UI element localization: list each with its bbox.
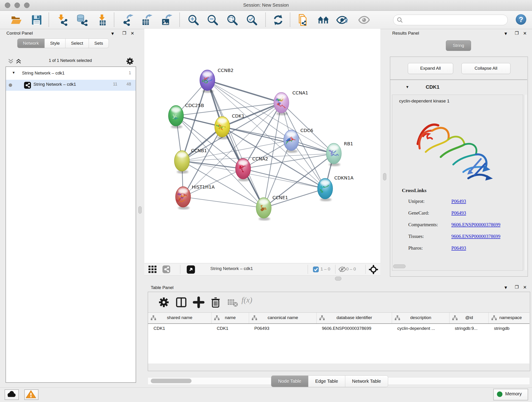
results-scrollbar-thumb[interactable]: [393, 264, 405, 268]
tab-node-table[interactable]: Node Table: [271, 375, 308, 387]
control-panel-float-icon[interactable]: ❐: [122, 31, 126, 36]
column-header-@id[interactable]: @id: [449, 313, 489, 323]
tab-string[interactable]: String: [446, 40, 471, 51]
network-row[interactable]: String Network – cdk1 11 48: [6, 80, 136, 91]
fit-selected-crosshair-icon[interactable]: [369, 265, 378, 274]
results-panel-collapse-icon[interactable]: ▼: [504, 31, 508, 36]
function-builder-icon[interactable]: f(x): [241, 296, 267, 304]
table-cell-canonical-name[interactable]: P06493: [254, 326, 315, 331]
results-panel-float-icon[interactable]: ❐: [515, 31, 519, 36]
network-collection-row[interactable]: ▼ String Network – cdk1 1: [6, 69, 136, 80]
node-result-header[interactable]: ▼ CDK1: [390, 80, 527, 95]
horizontal-splitter-handle[interactable]: [335, 277, 341, 281]
export-network-icon[interactable]: [121, 14, 133, 26]
table-scrollbar-thumb[interactable]: [151, 379, 191, 383]
control-panel-close-icon[interactable]: ✕: [131, 31, 134, 36]
refresh-icon[interactable]: [272, 14, 284, 26]
node-RB1[interactable]: RB1: [326, 141, 353, 166]
grid-mode-icon[interactable]: [148, 266, 159, 273]
column-header-name[interactable]: name: [211, 313, 249, 323]
network-canvas[interactable]: CCNB2CCNA1CDC25BCDK1CDC6RB1CCNB1CCNA2CDK…: [144, 29, 380, 263]
warning-button[interactable]: [24, 389, 38, 400]
edge-CCNB2-CCNA1[interactable]: [207, 80, 281, 103]
collection-expand-icon[interactable]: ▼: [12, 70, 15, 75]
table-cell-namespace[interactable]: stringdb: [494, 326, 531, 331]
string-home-icon[interactable]: [317, 14, 329, 26]
node-CDC25B[interactable]: CDC25B: [168, 103, 204, 128]
edge-CCNA2-HIST1H1A[interactable]: [183, 169, 243, 197]
birdseye-view-icon[interactable]: [186, 265, 195, 274]
import-table-file-icon[interactable]: [96, 14, 108, 26]
edge-CCNB2-CCNE1[interactable]: [207, 80, 264, 208]
help-icon[interactable]: ?: [515, 13, 527, 26]
open-session-icon[interactable]: [10, 14, 22, 26]
results-panel-close-icon[interactable]: ✕: [523, 31, 527, 36]
column-header-canonical-name[interactable]: canonical name: [249, 313, 317, 323]
table-cell-name[interactable]: CDK1: [217, 326, 247, 331]
table-settings-gear-icon[interactable]: [158, 296, 170, 308]
node-HIST1H1A[interactable]: HIST1H1A: [176, 184, 215, 210]
table-cell-@id[interactable]: stringdb:9...: [455, 326, 487, 331]
node-CCNE1[interactable]: CCNE1: [256, 195, 288, 220]
column-header-shared-name[interactable]: shared name: [148, 313, 211, 323]
import-network-file-icon[interactable]: [56, 14, 68, 26]
table-panel-close-icon[interactable]: ✕: [523, 285, 527, 290]
tab-edge-table[interactable]: Edge Table: [308, 375, 345, 387]
edge-CCNA2-CDKN1A[interactable]: [243, 169, 325, 189]
node-CCNA2[interactable]: CCNA2: [235, 156, 268, 181]
column-header-description[interactable]: description: [392, 313, 450, 323]
hide-eye-icon[interactable]: [358, 14, 370, 26]
entry-collapse-icon[interactable]: ▼: [405, 85, 409, 89]
left-splitter-handle[interactable]: [138, 206, 142, 214]
import-network-database-icon[interactable]: [76, 14, 88, 26]
show-graphics-details-icon[interactable]: [336, 14, 348, 26]
export-image-icon[interactable]: [160, 14, 172, 26]
table-panel-collapse-icon[interactable]: ▼: [504, 285, 508, 290]
tab-select[interactable]: Select: [65, 38, 89, 48]
table-cell-description[interactable]: cyclin-dependent ...: [397, 326, 448, 331]
tab-sets[interactable]: Sets: [89, 38, 109, 48]
search-input[interactable]: [405, 16, 505, 24]
node-CCNA1[interactable]: CCNA1: [274, 90, 308, 115]
delete-table-icon[interactable]: [226, 296, 239, 308]
node-CDKN1A[interactable]: CDKN1A: [317, 175, 354, 201]
zoom-fit-icon[interactable]: [226, 14, 238, 26]
network-options-gear-icon[interactable]: [126, 57, 134, 65]
network-view-mode-icon[interactable]: [162, 265, 171, 274]
edge-CCNB2-RB1[interactable]: [207, 80, 334, 153]
zoom-selected-icon[interactable]: [246, 14, 258, 26]
column-header-namespace[interactable]: namespace: [488, 313, 532, 323]
export-table-icon[interactable]: [140, 14, 152, 26]
show-columns-icon[interactable]: [175, 296, 187, 308]
crosslink-link[interactable]: 9606.ENSP00000378699: [451, 234, 500, 239]
control-panel-collapse-icon[interactable]: ▼: [110, 31, 115, 36]
network-graph[interactable]: CCNB2CCNA1CDC25BCDK1CDC6RB1CCNB1CCNA2CDK…: [144, 29, 380, 263]
table-panel-float-icon[interactable]: ❐: [515, 284, 519, 290]
node-CDC6[interactable]: CDC6: [284, 128, 313, 153]
right-splitter-handle[interactable]: [383, 173, 386, 180]
cloud-button[interactable]: [5, 389, 19, 400]
tab-network-table[interactable]: Network Table: [345, 375, 388, 387]
crosslink-link[interactable]: 9606.ENSP00000378699: [451, 222, 500, 228]
zoom-out-icon[interactable]: [207, 14, 219, 26]
crosslink-link[interactable]: P06493: [451, 245, 466, 251]
collapse-all-button[interactable]: Collapse All: [462, 63, 510, 74]
results-vertical-scrollbar[interactable]: [524, 95, 527, 270]
crosslink-link[interactable]: P06493: [451, 198, 466, 204]
delete-column-trash-icon[interactable]: [209, 296, 222, 308]
table-cell-shared-name[interactable]: CDK1: [153, 326, 210, 331]
column-header-database-identifier[interactable]: database identifier: [317, 313, 392, 323]
add-column-icon[interactable]: [192, 296, 205, 308]
tab-style[interactable]: Style: [45, 38, 65, 48]
selected-checkbox-icon[interactable]: [313, 267, 319, 272]
crosslink-link[interactable]: P06493: [451, 210, 466, 216]
edge-CCNB1-CCNA2[interactable]: [182, 161, 243, 169]
zoom-in-icon[interactable]: [187, 14, 199, 26]
expand-all-button[interactable]: Expand All: [408, 63, 453, 74]
table-cell-database-identifier[interactable]: 9606.ENSP00000378699: [322, 326, 390, 331]
clone-network-icon[interactable]: [297, 14, 309, 26]
memory-button[interactable]: Memory: [493, 389, 528, 400]
tab-network[interactable]: Network: [17, 38, 45, 48]
edge-HIST1H1A-CCNE1[interactable]: [183, 197, 264, 208]
save-session-icon[interactable]: [31, 14, 43, 26]
